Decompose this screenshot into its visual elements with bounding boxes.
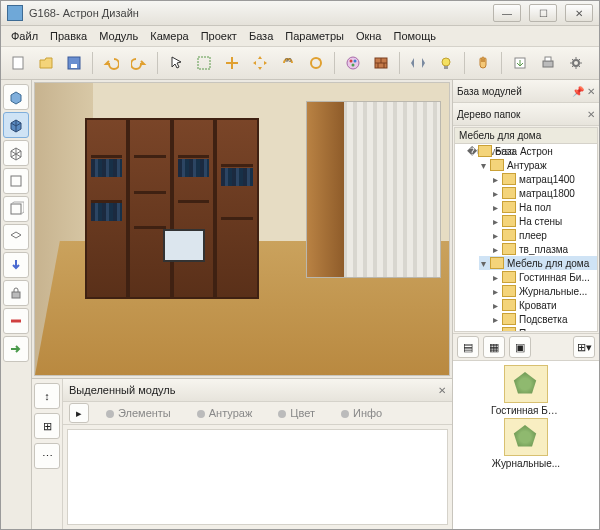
redo-icon[interactable] [126, 50, 152, 76]
new-icon[interactable] [5, 50, 31, 76]
view-side-icon[interactable] [3, 196, 29, 222]
tree-leaf[interactable]: ▸матрац1800 [491, 186, 597, 200]
panel-tool-1-icon[interactable]: ↕ [34, 383, 60, 409]
tree-leaf[interactable]: ▸матрац1400 [491, 172, 597, 186]
folder-icon [502, 299, 516, 311]
tree-leaf[interactable]: ▸Журнальные... [491, 284, 597, 298]
palette-icon[interactable] [340, 50, 366, 76]
separator [399, 52, 400, 74]
panel-expand-icon[interactable]: ▸ [69, 403, 89, 423]
menu-params[interactable]: Параметры [279, 28, 350, 44]
separator [92, 52, 93, 74]
settings-icon[interactable] [563, 50, 589, 76]
select-rect-icon[interactable] [191, 50, 217, 76]
tree-leaf[interactable]: ▸Кровати [491, 298, 597, 312]
export-icon[interactable] [507, 50, 533, 76]
tree-leaf[interactable]: ▸Подсветка [491, 312, 597, 326]
thumbnail-item[interactable]: Гостинная Би... [457, 365, 595, 416]
scene-curtain [306, 101, 440, 278]
tree-node-root[interactable]: �universoБаза Астрон [467, 144, 597, 158]
folder-large-icon [504, 365, 548, 403]
tree-leaf[interactable]: ▸На пол [491, 200, 597, 214]
view-wire-icon[interactable] [3, 140, 29, 166]
svg-point-11 [442, 58, 450, 66]
tree-leaf[interactable]: ▸Гостинная Би... [491, 270, 597, 284]
left-toolbar [1, 80, 32, 529]
svg-rect-15 [545, 57, 551, 61]
arrow-green-icon[interactable] [3, 336, 29, 362]
wall-icon[interactable] [368, 50, 394, 76]
tree-panel-title: Дерево папок [457, 109, 520, 120]
3d-viewport[interactable] [34, 82, 450, 376]
thumb-view1-icon[interactable]: ▤ [457, 336, 479, 358]
svg-rect-0 [13, 57, 23, 69]
folder-tree[interactable]: Мебель для дома �universoБаза Астрон ▾Ан… [454, 127, 598, 332]
thumb-view2-icon[interactable]: ▦ [483, 336, 505, 358]
tab-color[interactable]: Цвет [269, 404, 324, 422]
minimize-button[interactable]: — [493, 4, 521, 22]
menu-help[interactable]: Помощь [387, 28, 442, 44]
panel-tool-3-icon[interactable]: ⋯ [34, 443, 60, 469]
tree-leaf[interactable]: ▸плеер [491, 228, 597, 242]
print-icon[interactable] [535, 50, 561, 76]
move-icon[interactable] [247, 50, 273, 76]
right-sidebar: База модулей 📌 ✕ Дерево папок ✕ Мебель д… [452, 80, 599, 529]
folder-large-icon [504, 418, 548, 456]
app-window: G168- Астрон Дизайн — ☐ ✕ Файл Правка Мо… [0, 0, 600, 530]
menu-module[interactable]: Модуль [93, 28, 144, 44]
tab-entourage[interactable]: Антураж [188, 404, 262, 422]
rotate-90-icon[interactable]: 90 [275, 50, 301, 76]
menu-camera[interactable]: Камера [144, 28, 194, 44]
tree-root-label: Мебель для дома [455, 128, 597, 144]
bulb-icon[interactable] [433, 50, 459, 76]
folder-icon [502, 271, 516, 283]
add-red-icon[interactable] [3, 308, 29, 334]
thumb-toolbar: ▤ ▦ ▣ ⊞▾ [453, 333, 599, 360]
close-button[interactable]: ✕ [565, 4, 593, 22]
thumbnail-item[interactable]: Журнальные... [457, 418, 595, 469]
thumb-view3-icon[interactable]: ▣ [509, 336, 531, 358]
panel-side-tools: ↕ ⊞ ⋯ [32, 379, 63, 529]
cursor-icon[interactable] [163, 50, 189, 76]
tab-elements[interactable]: Элементы [97, 404, 180, 422]
tree-node-selected[interactable]: ▾Мебель для дома [479, 256, 597, 270]
svg-text:90: 90 [285, 57, 292, 63]
tree-leaf[interactable]: ▸Прихожие [491, 326, 597, 332]
menu-edit[interactable]: Правка [44, 28, 93, 44]
folder-icon [502, 201, 516, 213]
tree-close-icon[interactable]: ✕ [587, 109, 595, 120]
flip-h-icon[interactable] [405, 50, 431, 76]
view-top-icon[interactable] [3, 168, 29, 194]
menu-base[interactable]: База [243, 28, 279, 44]
pan-icon[interactable] [219, 50, 245, 76]
view-solid-icon[interactable] [3, 84, 29, 110]
pin-icon[interactable]: 📌 [572, 86, 584, 97]
modules-close-icon[interactable]: ✕ [587, 86, 595, 97]
modules-panel-header: База модулей 📌 ✕ [453, 80, 599, 103]
tab-info[interactable]: Инфо [332, 404, 391, 422]
view-persp-icon[interactable] [3, 224, 29, 250]
svg-rect-17 [11, 176, 21, 186]
center-area: ↕ ⊞ ⋯ Выделенный модуль ✕ ▸ Элементы Ант… [32, 80, 452, 529]
undo-icon[interactable] [98, 50, 124, 76]
arrow-down-icon[interactable] [3, 252, 29, 278]
svg-rect-12 [444, 66, 448, 69]
tree-leaf[interactable]: ▸тв_плазма [491, 242, 597, 256]
menu-file[interactable]: Файл [5, 28, 44, 44]
maximize-button[interactable]: ☐ [529, 4, 557, 22]
rotate-icon[interactable] [303, 50, 329, 76]
menu-windows[interactable]: Окна [350, 28, 388, 44]
save-icon[interactable] [61, 50, 87, 76]
lock-icon[interactable] [3, 280, 29, 306]
panel-tool-2-icon[interactable]: ⊞ [34, 413, 60, 439]
folder-icon [490, 257, 504, 269]
view-shaded-icon[interactable] [3, 112, 29, 138]
titlebar: G168- Астрон Дизайн — ☐ ✕ [1, 1, 599, 26]
thumb-opts-icon[interactable]: ⊞▾ [573, 336, 595, 358]
panel-close-icon[interactable]: ✕ [438, 385, 446, 396]
open-icon[interactable] [33, 50, 59, 76]
menu-project[interactable]: Проект [195, 28, 243, 44]
hand-icon[interactable] [470, 50, 496, 76]
tree-leaf[interactable]: ▸На стены [491, 214, 597, 228]
tree-node[interactable]: ▾Антураж [479, 158, 597, 172]
